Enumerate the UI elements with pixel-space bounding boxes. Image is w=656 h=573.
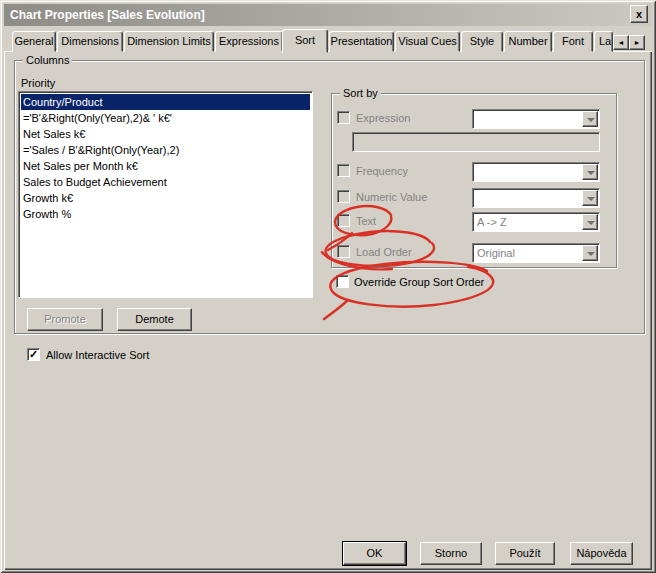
dropdown-arrow-icon[interactable] — [582, 190, 598, 206]
load-order-label: Load Order — [356, 246, 412, 259]
ok-button[interactable]: OK — [343, 542, 406, 565]
frequency-combobox[interactable] — [472, 162, 600, 182]
tab-dimension-limits[interactable]: Dimension Limits — [124, 31, 214, 52]
frequency-label: Frequency — [356, 165, 408, 178]
apply-button[interactable]: Použít — [495, 542, 555, 565]
tab-general[interactable]: General — [12, 31, 56, 52]
list-item[interactable]: Growth k€ — [21, 190, 310, 206]
expression-edit-field[interactable] — [352, 132, 600, 152]
expression-combobox[interactable] — [472, 109, 600, 129]
list-item[interactable]: Net Sales k€ — [21, 126, 310, 142]
text-sort-combobox[interactable]: A -> Z — [472, 212, 600, 232]
list-item[interactable]: ='B'&Right(Only(Year),2)& ' k€' — [21, 110, 310, 126]
list-item[interactable]: Growth % — [21, 206, 310, 222]
list-item[interactable]: ='Sales / B'&Right(Only(Year),2) — [21, 142, 310, 158]
chart-properties-dialog: Chart Properties [Sales Evolution] x Gen… — [0, 0, 656, 573]
load-order-combobox[interactable]: Original — [472, 243, 600, 263]
cancel-button[interactable]: Storno — [420, 542, 482, 565]
tab-expressions[interactable]: Expressions — [215, 31, 283, 52]
priority-listbox[interactable]: Country/Product ='B'&Right(Only(Year),2)… — [18, 91, 313, 298]
text-label: Text — [356, 215, 376, 228]
allow-interactive-sort-checkbox[interactable] — [27, 348, 40, 361]
load-order-checkbox[interactable] — [337, 245, 350, 258]
tab-style[interactable]: Style — [461, 31, 503, 52]
tab-font[interactable]: Font — [553, 31, 593, 52]
expression-label: Expression — [356, 112, 410, 125]
dropdown-arrow-icon[interactable] — [582, 111, 598, 127]
list-item[interactable]: Country/Product — [21, 94, 310, 110]
priority-label: Priority — [21, 77, 55, 90]
sort-by-group-label: Sort by — [340, 87, 381, 100]
window-title: Chart Properties [Sales Evolution] — [10, 8, 205, 22]
help-button[interactable]: Nápověda — [570, 542, 633, 565]
title-bar: Chart Properties [Sales Evolution] — [4, 4, 652, 26]
dropdown-arrow-icon[interactable] — [582, 245, 598, 261]
promote-button[interactable]: Promote — [27, 308, 103, 331]
tab-scroll-left-icon[interactable]: ◄ — [613, 35, 629, 50]
tab-number[interactable]: Number — [504, 31, 552, 52]
dropdown-arrow-icon[interactable] — [582, 164, 598, 180]
expression-checkbox[interactable] — [337, 111, 350, 124]
override-group-sort-order-checkbox[interactable] — [336, 275, 349, 288]
tab-presentation[interactable]: Presentation — [329, 31, 394, 52]
list-item[interactable]: Sales to Budget Achievement — [21, 174, 310, 190]
text-checkbox[interactable] — [337, 214, 350, 227]
dropdown-arrow-icon[interactable] — [582, 214, 598, 230]
tab-visual-cues[interactable]: Visual Cues — [395, 31, 460, 52]
tab-scroll-right-icon[interactable]: ► — [629, 35, 645, 50]
numeric-value-combobox[interactable] — [472, 188, 600, 208]
demote-button[interactable]: Demote — [117, 308, 192, 331]
list-item[interactable]: Net Sales per Month k€ — [21, 158, 310, 174]
numeric-value-checkbox[interactable] — [337, 190, 350, 203]
tab-dimensions[interactable]: Dimensions — [57, 31, 123, 52]
numeric-value-label: Numeric Value — [356, 191, 427, 204]
frequency-checkbox[interactable] — [337, 164, 350, 177]
columns-group-label: Columns — [23, 54, 72, 67]
tab-sort[interactable]: Sort — [282, 29, 328, 53]
allow-interactive-sort-label: Allow Interactive Sort — [46, 349, 149, 362]
close-icon[interactable]: x — [630, 5, 648, 23]
tab-layout-clipped[interactable]: La — [594, 31, 613, 52]
override-group-sort-order-label: Override Group Sort Order — [354, 276, 484, 289]
